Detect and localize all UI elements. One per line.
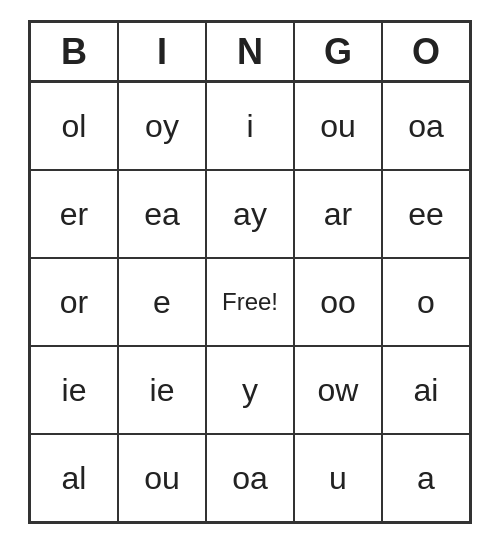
cell-1-5[interactable]: oa xyxy=(382,82,470,170)
cell-3-5[interactable]: o xyxy=(382,258,470,346)
header-i: I xyxy=(118,22,206,82)
cell-5-3[interactable]: oa xyxy=(206,434,294,522)
row-1: ol oy i ou oa xyxy=(30,82,470,170)
cell-4-5[interactable]: ai xyxy=(382,346,470,434)
row-4: ie ie y ow ai xyxy=(30,346,470,434)
cell-2-5[interactable]: ee xyxy=(382,170,470,258)
cell-2-4[interactable]: ar xyxy=(294,170,382,258)
cell-3-2[interactable]: e xyxy=(118,258,206,346)
row-2: er ea ay ar ee xyxy=(30,170,470,258)
cell-1-2[interactable]: oy xyxy=(118,82,206,170)
row-3: or e Free! oo o xyxy=(30,258,470,346)
row-5: al ou oa u a xyxy=(30,434,470,522)
cell-5-4[interactable]: u xyxy=(294,434,382,522)
header-o: O xyxy=(382,22,470,82)
cell-3-4[interactable]: oo xyxy=(294,258,382,346)
free-space[interactable]: Free! xyxy=(206,258,294,346)
cell-5-5[interactable]: a xyxy=(382,434,470,522)
cell-2-1[interactable]: er xyxy=(30,170,118,258)
header-n: N xyxy=(206,22,294,82)
header-g: G xyxy=(294,22,382,82)
cell-3-1[interactable]: or xyxy=(30,258,118,346)
cell-4-1[interactable]: ie xyxy=(30,346,118,434)
bingo-card: B I N G O ol oy i ou oa er ea ay ar ee o… xyxy=(28,20,472,524)
cell-4-2[interactable]: ie xyxy=(118,346,206,434)
header-row: B I N G O xyxy=(30,22,470,82)
cell-1-3[interactable]: i xyxy=(206,82,294,170)
cell-5-2[interactable]: ou xyxy=(118,434,206,522)
header-b: B xyxy=(30,22,118,82)
cell-1-4[interactable]: ou xyxy=(294,82,382,170)
cell-4-4[interactable]: ow xyxy=(294,346,382,434)
cell-2-3[interactable]: ay xyxy=(206,170,294,258)
cell-1-1[interactable]: ol xyxy=(30,82,118,170)
cell-5-1[interactable]: al xyxy=(30,434,118,522)
cell-4-3[interactable]: y xyxy=(206,346,294,434)
cell-2-2[interactable]: ea xyxy=(118,170,206,258)
